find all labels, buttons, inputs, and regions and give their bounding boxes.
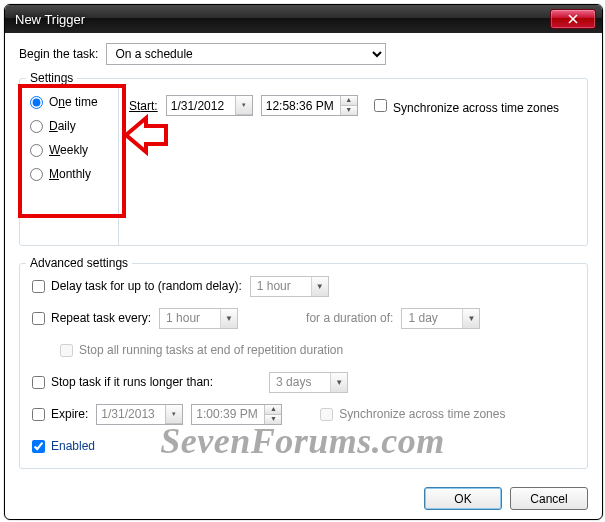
chevron-down-icon[interactable]: ▼	[311, 277, 328, 296]
advanced-group: Advanced settings Delay task for up to (…	[19, 256, 588, 469]
expire-date-input[interactable]	[97, 405, 165, 424]
repeat-checkbox[interactable]: Repeat task every:	[32, 311, 151, 325]
expire-time-input[interactable]	[192, 405, 264, 424]
spin-down-icon[interactable]: ▼	[265, 415, 281, 424]
expire-date-picker[interactable]: ▾	[96, 404, 183, 425]
expire-time-spinner[interactable]: ▲▼	[191, 404, 282, 425]
start-date-input[interactable]	[167, 96, 235, 115]
repeat-value: 1 hour	[160, 309, 220, 328]
start-label: Start:	[129, 99, 158, 113]
begin-task-select[interactable]: On a schedule	[106, 43, 386, 65]
stop-all-label: Stop all running tasks at end of repetit…	[79, 343, 343, 357]
duration-value: 1 day	[402, 309, 462, 328]
radio-weekly[interactable]: Weekly	[30, 143, 114, 157]
repeat-combo[interactable]: 1 hour ▼	[159, 308, 238, 329]
enabled-label: Enabled	[51, 439, 95, 453]
duration-combo[interactable]: 1 day ▼	[401, 308, 480, 329]
stop-all-checkbox: Stop all running tasks at end of repetit…	[60, 343, 343, 357]
delay-value: 1 hour	[251, 277, 311, 296]
duration-label: for a duration of:	[306, 311, 393, 325]
start-time-input[interactable]	[262, 96, 340, 115]
spin-up-icon[interactable]: ▲	[265, 405, 281, 415]
expire-sync-checkbox: Synchronize across time zones	[320, 407, 505, 421]
expire-label: Expire:	[51, 407, 88, 421]
delay-combo[interactable]: 1 hour ▼	[250, 276, 329, 297]
close-button[interactable]	[550, 9, 596, 29]
cancel-button[interactable]: Cancel	[510, 487, 588, 510]
date-dropdown-icon[interactable]: ▾	[235, 96, 252, 115]
spin-up-icon[interactable]: ▲	[341, 96, 357, 106]
advanced-legend: Advanced settings	[26, 256, 132, 270]
repeat-label: Repeat task every:	[51, 311, 151, 325]
sync-timezone-label: Synchronize across time zones	[393, 101, 559, 115]
radio-daily-input[interactable]	[30, 120, 43, 133]
expire-checkbox[interactable]: Expire:	[32, 407, 88, 421]
button-bar: OK Cancel	[19, 479, 588, 510]
radio-weekly-input[interactable]	[30, 144, 43, 157]
enabled-checkbox[interactable]: Enabled	[32, 439, 95, 453]
date-dropdown-icon[interactable]: ▾	[165, 405, 182, 424]
begin-task-label: Begin the task:	[19, 47, 98, 61]
stop-long-label: Stop task if it runs longer than:	[51, 375, 213, 389]
chevron-down-icon[interactable]: ▼	[220, 309, 237, 328]
stop-long-combo[interactable]: 3 days ▼	[269, 372, 348, 393]
radio-one-time-input[interactable]	[30, 96, 43, 109]
sync-timezone-checkbox[interactable]: Synchronize across time zones	[370, 96, 559, 115]
stop-long-checkbox[interactable]: Stop task if it runs longer than:	[32, 375, 213, 389]
window-title: New Trigger	[15, 12, 550, 27]
chevron-down-icon[interactable]: ▼	[462, 309, 479, 328]
expire-sync-label: Synchronize across time zones	[339, 407, 505, 421]
settings-legend: Settings	[26, 71, 77, 85]
settings-group: Settings One time Daily Weekly	[19, 71, 588, 246]
spin-down-icon[interactable]: ▼	[341, 106, 357, 115]
title-bar: New Trigger	[5, 5, 602, 33]
radio-monthly-input[interactable]	[30, 168, 43, 181]
chevron-down-icon[interactable]: ▼	[330, 373, 347, 392]
settings-panel: Start: ▾ ▲▼ Synchronize across time zone…	[118, 85, 583, 245]
start-time-spinner[interactable]: ▲▼	[261, 95, 358, 116]
delay-checkbox[interactable]: Delay task for up to (random delay):	[32, 279, 242, 293]
radio-daily[interactable]: Daily	[30, 119, 114, 133]
frequency-column: One time Daily Weekly Monthly	[20, 85, 118, 245]
delay-label: Delay task for up to (random delay):	[51, 279, 242, 293]
start-date-picker[interactable]: ▾	[166, 95, 253, 116]
radio-monthly[interactable]: Monthly	[30, 167, 114, 181]
radio-one-time[interactable]: One time	[30, 95, 114, 109]
close-icon	[568, 14, 578, 24]
dialog-window: New Trigger Begin the task: On a schedul…	[4, 4, 603, 520]
ok-button[interactable]: OK	[424, 487, 502, 510]
stop-long-value: 3 days	[270, 373, 330, 392]
